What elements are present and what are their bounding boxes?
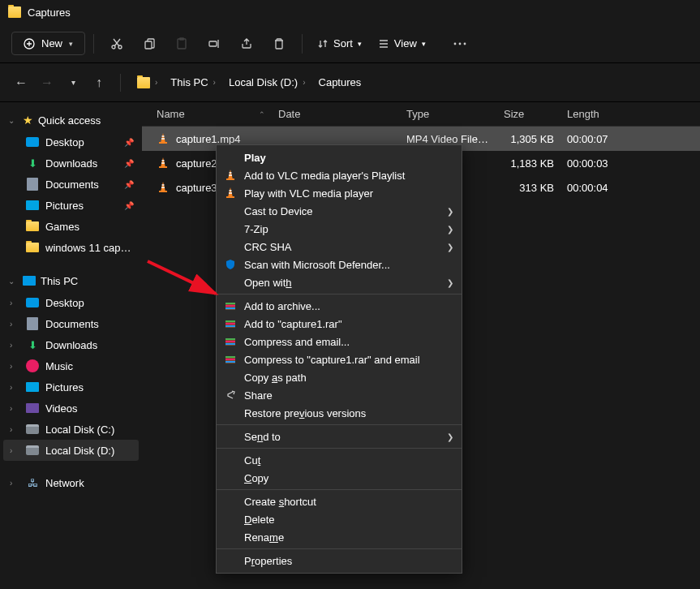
share-icon[interactable] (232, 29, 261, 58)
chevron-right-icon: › (303, 78, 305, 87)
winrar-icon (223, 316, 238, 331)
sidebar-item[interactable]: ›⬇Downloads (3, 334, 139, 355)
recent-dropdown[interactable]: ▾ (63, 78, 83, 87)
docs-icon (27, 317, 38, 330)
context-menu-label: Share (244, 389, 453, 402)
separator (217, 294, 462, 294)
context-menu-item[interactable]: Properties (217, 552, 462, 570)
sidebar-item-label: Downloads (45, 339, 134, 351)
context-menu-label: Copy as path (244, 372, 453, 384)
sidebar-item[interactable]: ›Documents (3, 313, 139, 334)
column-name[interactable]: Name ⌃ (150, 108, 272, 120)
context-menu-item[interactable]: 7-Zip❯ (217, 220, 462, 238)
context-menu-item[interactable]: Restore previous versions (217, 404, 462, 422)
context-menu-item[interactable]: Play (217, 148, 462, 166)
sidebar-item[interactable]: ›Videos (3, 398, 139, 419)
chevron-down-icon: ▾ (358, 40, 362, 48)
delete-icon[interactable] (264, 29, 294, 58)
blank-icon (223, 370, 238, 385)
context-menu-item[interactable]: Add to "capture1.rar" (217, 315, 462, 333)
sidebar-item[interactable]: Games (3, 216, 139, 237)
context-menu-item[interactable]: Add to VLC media player's Playlist (217, 166, 462, 184)
blank-icon (223, 471, 238, 485)
network-icon: 🖧 (26, 476, 39, 489)
context-menu-item[interactable]: Play with VLC media player (217, 184, 462, 202)
breadcrumb-captures[interactable]: Captures (314, 73, 367, 92)
column-date[interactable]: Date (272, 108, 400, 120)
column-length[interactable]: Length (560, 108, 624, 120)
vlc-icon (224, 169, 237, 182)
sidebar-item-label: Pictures (45, 200, 118, 212)
svg-rect-11 (159, 166, 167, 168)
svg-point-8 (458, 42, 461, 45)
svg-rect-20 (225, 320, 235, 322)
context-menu-item[interactable]: Rename (217, 528, 462, 546)
breadcrumb-this-pc[interactable]: This PC› (165, 73, 221, 92)
context-menu-item[interactable]: Cut (217, 451, 462, 469)
vlc-icon (223, 168, 238, 183)
file-length: 00:00:03 (560, 157, 624, 170)
context-menu-item[interactable]: Open with❯ (217, 273, 462, 291)
sidebar-item[interactable]: Documents📌 (3, 174, 139, 195)
context-menu-item[interactable]: Cast to Device❯ (217, 202, 462, 220)
svg-rect-3 (145, 41, 152, 49)
context-menu-label: Add to archive... (244, 300, 453, 312)
sidebar-item[interactable]: ⬇Downloads📌 (3, 153, 139, 174)
forward-button[interactable]: → (37, 75, 57, 90)
svg-rect-6 (209, 41, 217, 46)
network-item[interactable]: › 🖧 Network (3, 472, 139, 493)
blank-icon (223, 453, 238, 467)
breadcrumb[interactable]: › This PC› Local Disk (D:)› Captures (132, 73, 689, 92)
chevron-right-icon: › (10, 479, 19, 488)
context-menu-item[interactable]: CRC SHA❯ (217, 238, 462, 256)
context-menu-item[interactable]: Create shortcut (217, 492, 462, 510)
paste-icon[interactable] (167, 29, 196, 58)
context-menu-item[interactable]: Compress and email... (217, 333, 462, 350)
sidebar-item-label: Desktop (45, 136, 118, 148)
column-type[interactable]: Type (400, 108, 497, 120)
toolbar: New ▾ Sort ▾ View ▾ (0, 24, 700, 63)
sidebar-item[interactable]: ›Pictures (3, 376, 139, 398)
sidebar-item[interactable]: windows 11 capptu (3, 237, 139, 258)
copy-icon[interactable] (135, 29, 164, 58)
chevron-right-icon: › (213, 78, 216, 87)
more-icon[interactable] (445, 29, 475, 58)
context-menu-item[interactable]: Scan with Microsoft Defender... (217, 256, 462, 273)
quick-access-header[interactable]: ⌄ ★ Quick access (3, 109, 139, 131)
separator (217, 548, 462, 549)
context-menu-item[interactable]: Compress to "capture1.rar" and email (217, 350, 462, 368)
separator (217, 424, 462, 425)
svg-point-9 (463, 42, 466, 45)
this-pc-header[interactable]: ⌄ This PC (3, 269, 139, 292)
sidebar-item[interactable]: ›Music (3, 355, 139, 376)
cut-icon[interactable] (102, 29, 131, 58)
svg-rect-21 (225, 323, 235, 325)
separator (217, 489, 462, 490)
context-menu-item[interactable]: Send to❯ (217, 428, 462, 445)
svg-rect-16 (225, 303, 235, 304)
breadcrumb-local-disk-d[interactable]: Local Disk (D:)› (224, 73, 311, 92)
context-menu-item[interactable]: Share (217, 386, 462, 404)
sidebar-item[interactable]: Desktop📌 (3, 131, 139, 153)
shield-icon (223, 257, 238, 272)
context-menu-item[interactable]: Copy as path (217, 368, 462, 386)
context-menu-item[interactable]: Copy (217, 469, 462, 487)
context-menu-item[interactable]: Delete (217, 510, 462, 528)
column-size[interactable]: Size (497, 108, 560, 120)
sidebar-item[interactable]: ›Local Disk (D:) (3, 440, 139, 461)
sidebar-item[interactable]: ›Local Disk (C:) (3, 419, 139, 440)
up-button[interactable]: ↑ (89, 75, 109, 90)
context-menu-item[interactable]: Add to archive... (217, 297, 462, 315)
sidebar-item-label: Local Disk (D:) (45, 445, 134, 457)
back-button[interactable]: ← (11, 75, 31, 90)
svg-point-7 (453, 42, 456, 45)
new-button[interactable]: New ▾ (11, 32, 85, 55)
sort-dropdown[interactable]: Sort ▾ (311, 32, 368, 54)
sidebar-item[interactable]: ›Desktop (3, 292, 139, 313)
svg-rect-29 (225, 359, 235, 360)
sidebar-item[interactable]: Pictures📌 (3, 195, 139, 216)
chevron-right-icon: › (10, 404, 19, 413)
rename-icon[interactable] (200, 29, 229, 58)
view-dropdown[interactable]: View ▾ (371, 32, 432, 54)
breadcrumb-root[interactable]: › (132, 74, 162, 92)
